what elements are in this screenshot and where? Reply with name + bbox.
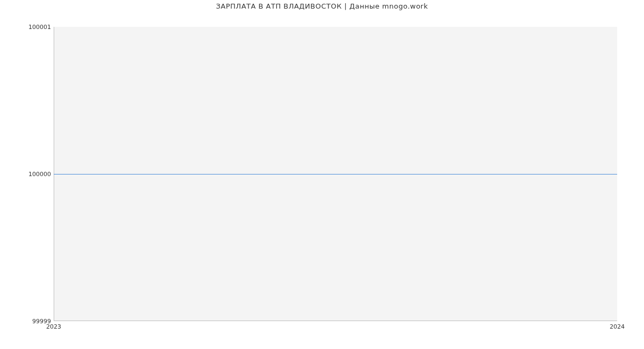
x-tick-label: 2024 (610, 323, 625, 330)
y-tick-label: 100000 (28, 171, 51, 178)
salary-chart: ЗАРПЛАТА В АТП ВЛАДИВОСТОК | Данные mnog… (0, 0, 644, 349)
y-tick-label: 100001 (28, 24, 51, 31)
data-line (54, 174, 617, 174)
chart-title: ЗАРПЛАТА В АТП ВЛАДИВОСТОК | Данные mnog… (0, 2, 644, 10)
x-tick-label: 2023 (46, 323, 61, 330)
